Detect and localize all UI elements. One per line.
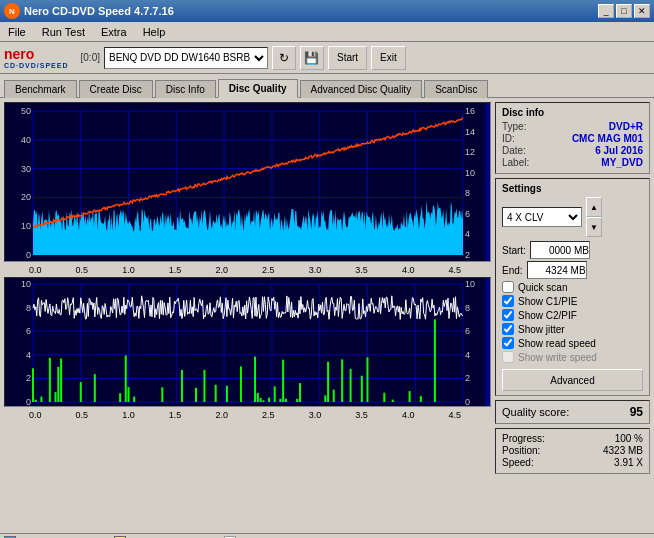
nero-brand: nero [4, 46, 34, 62]
chart-bottom [4, 277, 491, 407]
speed-down-button[interactable]: ▼ [586, 217, 602, 237]
speed-row: 4 X CLV ▲ ▼ [502, 197, 643, 237]
disc-date-value: 6 Jul 2016 [595, 145, 643, 156]
close-button[interactable]: ✕ [634, 4, 650, 18]
c2pif-label: Show C2/PIF [518, 310, 577, 321]
tab-disc-info[interactable]: Disc Info [155, 80, 216, 98]
disc-type-row: Type: DVD+R [502, 121, 643, 132]
menu-extra[interactable]: Extra [97, 24, 131, 40]
disc-date-label: Date: [502, 145, 526, 156]
disc-info-box: Disc info Type: DVD+R ID: CMC MAG M01 Da… [495, 102, 650, 174]
toolbar: nero CD·DVD/SPEED [0:0] BENQ DVD DD DW16… [0, 42, 654, 74]
readspeed-checkbox[interactable] [502, 337, 514, 349]
right-panel: Disc info Type: DVD+R ID: CMC MAG M01 Da… [495, 102, 650, 529]
disc-id-label: ID: [502, 133, 515, 144]
nero-logo: nero CD·DVD/SPEED [4, 46, 69, 69]
x-axis-top: 0.00.51.01.52.02.53.03.54.04.5 [4, 265, 491, 275]
chart-top [4, 102, 491, 262]
nero-sub: CD·DVD/SPEED [4, 62, 69, 69]
main-content: 0.00.51.01.52.02.53.03.54.04.5 0.00.51.0… [0, 97, 654, 533]
disc-id-value: CMC MAG M01 [572, 133, 643, 144]
start-button[interactable]: Start [328, 46, 367, 70]
writespeed-row: Show write speed [502, 351, 643, 363]
end-input[interactable] [527, 261, 587, 279]
writespeed-label: Show write speed [518, 352, 597, 363]
speed-value-prog: 3.91 X [614, 457, 643, 468]
tab-disc-quality[interactable]: Disc Quality [218, 79, 298, 98]
menu-run-test[interactable]: Run Test [38, 24, 89, 40]
refresh-button[interactable]: ↻ [272, 46, 296, 70]
title-text: Nero CD-DVD Speed 4.7.7.16 [24, 5, 174, 17]
minimize-button[interactable]: _ [598, 4, 614, 18]
tabs-bar: Benchmark Create Disc Disc Info Disc Qua… [0, 74, 654, 97]
c2pif-checkbox[interactable] [502, 309, 514, 321]
disc-type-value: DVD+R [609, 121, 643, 132]
speed-select[interactable]: 4 X CLV [502, 207, 582, 227]
quality-score-box: Quality score: 95 [495, 400, 650, 424]
exit-button[interactable]: Exit [371, 46, 406, 70]
title-bar: N Nero CD-DVD Speed 4.7.7.16 _ □ ✕ [0, 0, 654, 22]
disc-id-row: ID: CMC MAG M01 [502, 133, 643, 144]
app-icon: N [4, 3, 20, 19]
drive-dropdown[interactable]: BENQ DVD DD DW1640 BSRB [104, 47, 268, 69]
quality-score-value: 95 [630, 405, 643, 419]
disc-info-title: Disc info [502, 107, 643, 118]
speed-row-prog: Speed: 3.91 X [502, 457, 643, 468]
progress-value: 100 % [615, 433, 643, 444]
drive-select-area: [0:0] BENQ DVD DD DW1640 BSRB [81, 47, 268, 69]
tab-advanced-disc-quality[interactable]: Advanced Disc Quality [300, 80, 423, 98]
end-label: End: [502, 265, 523, 276]
readspeed-row: Show read speed [502, 337, 643, 349]
advanced-button[interactable]: Advanced [502, 369, 643, 391]
tab-scan-disc[interactable]: ScanDisc [424, 80, 488, 98]
drive-label: [0:0] [81, 52, 100, 63]
disc-label-value: MY_DVD [601, 157, 643, 168]
menu-bar: File Run Test Extra Help [0, 22, 654, 42]
c2pif-row: Show C2/PIF [502, 309, 643, 321]
progress-row: Progress: 100 % [502, 433, 643, 444]
quickscan-row: Quick scan [502, 281, 643, 293]
c1pie-row: Show C1/PIE [502, 295, 643, 307]
position-label: Position: [502, 445, 540, 456]
charts-area: 0.00.51.01.52.02.53.03.54.04.5 0.00.51.0… [4, 102, 491, 529]
position-row: Position: 4323 MB [502, 445, 643, 456]
quickscan-checkbox[interactable] [502, 281, 514, 293]
position-value: 4323 MB [603, 445, 643, 456]
stats-bar: PI Errors Average:6.47 Maximum:25 Total:… [0, 533, 654, 538]
save-button[interactable]: 💾 [300, 46, 324, 70]
disc-type-label: Type: [502, 121, 526, 132]
readspeed-label: Show read speed [518, 338, 596, 349]
jitter-row: Show jitter [502, 323, 643, 335]
end-mb-row: End: [502, 261, 643, 279]
menu-file[interactable]: File [4, 24, 30, 40]
quality-score-label: Quality score: [502, 406, 569, 418]
disc-date-row: Date: 6 Jul 2016 [502, 145, 643, 156]
c1pie-label: Show C1/PIE [518, 296, 577, 307]
start-mb-row: Start: [502, 241, 643, 259]
speed-up-button[interactable]: ▲ [586, 197, 602, 217]
jitter-label: Show jitter [518, 324, 565, 335]
disc-label-row: Label: MY_DVD [502, 157, 643, 168]
tab-benchmark[interactable]: Benchmark [4, 80, 77, 98]
progress-box: Progress: 100 % Position: 4323 MB Speed:… [495, 428, 650, 474]
speed-label-prog: Speed: [502, 457, 534, 468]
start-input[interactable] [530, 241, 590, 259]
writespeed-checkbox [502, 351, 514, 363]
progress-label: Progress: [502, 433, 545, 444]
disc-label-label: Label: [502, 157, 529, 168]
jitter-checkbox[interactable] [502, 323, 514, 335]
menu-help[interactable]: Help [139, 24, 170, 40]
tab-create-disc[interactable]: Create Disc [79, 80, 153, 98]
maximize-button[interactable]: □ [616, 4, 632, 18]
settings-box: Settings 4 X CLV ▲ ▼ Start: End: Q [495, 178, 650, 396]
settings-title: Settings [502, 183, 643, 194]
x-axis-bottom: 0.00.51.01.52.02.53.03.54.04.5 [4, 410, 491, 420]
c1pie-checkbox[interactable] [502, 295, 514, 307]
start-label: Start: [502, 245, 526, 256]
quickscan-label: Quick scan [518, 282, 567, 293]
